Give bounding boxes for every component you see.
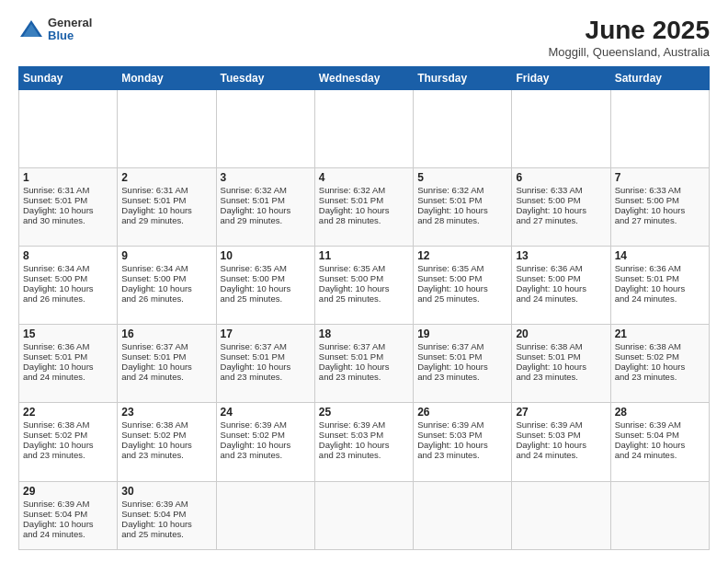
cell-text: Sunset: 5:03 PM bbox=[319, 430, 409, 440]
cell-text: Sunrise: 6:39 AM bbox=[417, 419, 507, 430]
calendar-cell: 24Sunrise: 6:39 AMSunset: 5:02 PMDayligh… bbox=[216, 403, 314, 481]
cell-text: Sunrise: 6:39 AM bbox=[516, 419, 606, 430]
calendar-cell: 10Sunrise: 6:35 AMSunset: 5:00 PMDayligh… bbox=[216, 247, 314, 325]
calendar-week-row: 8Sunrise: 6:34 AMSunset: 5:00 PMDaylight… bbox=[19, 247, 710, 325]
cell-text: Sunset: 5:04 PM bbox=[615, 430, 705, 440]
cell-text: Sunset: 5:00 PM bbox=[516, 195, 606, 205]
calendar-table: SundayMondayTuesdayWednesdayThursdayFrid… bbox=[18, 66, 710, 550]
cell-text: and 26 minutes. bbox=[121, 293, 211, 304]
logo-blue-text: Blue bbox=[48, 29, 92, 42]
cell-text: and 26 minutes. bbox=[23, 293, 113, 304]
calendar-cell: 7Sunrise: 6:33 AMSunset: 5:00 PMDaylight… bbox=[610, 167, 709, 246]
day-number: 5 bbox=[417, 171, 507, 184]
calendar-cell bbox=[216, 89, 314, 167]
cell-text: Sunset: 5:00 PM bbox=[516, 273, 606, 283]
cell-text: Sunrise: 6:35 AM bbox=[319, 263, 409, 273]
cell-text: Daylight: 10 hours bbox=[417, 283, 507, 293]
day-number: 7 bbox=[615, 171, 705, 184]
calendar-cell: 11Sunrise: 6:35 AMSunset: 5:00 PMDayligh… bbox=[314, 247, 413, 325]
cell-text: Daylight: 10 hours bbox=[23, 519, 113, 529]
cell-text: Sunset: 5:01 PM bbox=[516, 351, 606, 362]
day-number: 2 bbox=[121, 171, 211, 184]
cell-text: Sunrise: 6:31 AM bbox=[23, 185, 113, 195]
cell-text: Sunset: 5:02 PM bbox=[23, 430, 113, 440]
cell-text: and 29 minutes. bbox=[121, 215, 211, 225]
day-number: 18 bbox=[319, 327, 409, 340]
calendar-day-header: Sunday bbox=[19, 66, 118, 89]
cell-text: Sunrise: 6:34 AM bbox=[121, 263, 211, 273]
cell-text: Sunrise: 6:38 AM bbox=[121, 419, 211, 430]
calendar-day-header: Saturday bbox=[610, 66, 709, 89]
day-number: 8 bbox=[23, 249, 113, 262]
logo-general-text: General bbox=[48, 17, 92, 29]
cell-text: Daylight: 10 hours bbox=[319, 205, 409, 215]
cell-text: Sunset: 5:01 PM bbox=[221, 351, 311, 362]
cell-text: and 23 minutes. bbox=[516, 372, 606, 382]
calendar-cell bbox=[118, 89, 216, 167]
calendar-header-row: SundayMondayTuesdayWednesdayThursdayFrid… bbox=[19, 66, 710, 89]
day-number: 14 bbox=[615, 249, 705, 262]
cell-text: Sunrise: 6:38 AM bbox=[615, 341, 705, 351]
cell-text: and 25 minutes. bbox=[319, 293, 409, 304]
cell-text: and 23 minutes. bbox=[615, 372, 705, 382]
day-number: 23 bbox=[121, 406, 211, 419]
cell-text: Sunrise: 6:33 AM bbox=[516, 185, 606, 195]
cell-text: Sunset: 5:02 PM bbox=[121, 430, 211, 440]
cell-text: Sunrise: 6:38 AM bbox=[516, 341, 606, 351]
cell-text: Sunset: 5:00 PM bbox=[121, 273, 211, 283]
cell-text: Daylight: 10 hours bbox=[615, 362, 705, 372]
cell-text: Daylight: 10 hours bbox=[121, 519, 211, 529]
cell-text: Sunrise: 6:37 AM bbox=[417, 341, 507, 351]
cell-text: Daylight: 10 hours bbox=[516, 362, 606, 372]
cell-text: Daylight: 10 hours bbox=[516, 205, 606, 215]
cell-text: Sunrise: 6:32 AM bbox=[221, 185, 311, 195]
cell-text: Daylight: 10 hours bbox=[121, 283, 211, 293]
calendar-cell: 25Sunrise: 6:39 AMSunset: 5:03 PMDayligh… bbox=[314, 403, 413, 481]
cell-text: Sunrise: 6:39 AM bbox=[615, 419, 705, 430]
calendar-cell bbox=[314, 89, 413, 167]
calendar-cell: 28Sunrise: 6:39 AMSunset: 5:04 PMDayligh… bbox=[610, 403, 709, 481]
logo: General Blue bbox=[18, 17, 92, 43]
cell-text: and 23 minutes. bbox=[23, 450, 113, 460]
calendar-cell: 22Sunrise: 6:38 AMSunset: 5:02 PMDayligh… bbox=[19, 403, 118, 481]
cell-text: Daylight: 10 hours bbox=[319, 362, 409, 372]
calendar-cell: 12Sunrise: 6:35 AMSunset: 5:00 PMDayligh… bbox=[414, 247, 512, 325]
cell-text: Sunset: 5:01 PM bbox=[615, 273, 705, 283]
day-number: 12 bbox=[417, 249, 507, 262]
cell-text: Sunset: 5:00 PM bbox=[615, 195, 705, 205]
cell-text: and 27 minutes. bbox=[516, 215, 606, 225]
logo-icon bbox=[18, 17, 44, 42]
calendar-cell: 17Sunrise: 6:37 AMSunset: 5:01 PMDayligh… bbox=[216, 325, 314, 403]
cell-text: Daylight: 10 hours bbox=[121, 440, 211, 450]
cell-text: Sunrise: 6:35 AM bbox=[221, 263, 311, 273]
cell-text: and 30 minutes. bbox=[23, 215, 113, 225]
cell-text: Sunset: 5:02 PM bbox=[615, 351, 705, 362]
cell-text: Daylight: 10 hours bbox=[516, 283, 606, 293]
calendar-cell bbox=[610, 481, 709, 550]
cell-text: Sunset: 5:03 PM bbox=[516, 430, 606, 440]
calendar-cell bbox=[216, 481, 314, 550]
cell-text: and 24 minutes. bbox=[516, 450, 606, 460]
calendar-cell: 27Sunrise: 6:39 AMSunset: 5:03 PMDayligh… bbox=[512, 403, 610, 481]
cell-text: and 24 minutes. bbox=[615, 450, 705, 460]
calendar-week-row bbox=[19, 89, 710, 167]
cell-text: and 23 minutes. bbox=[121, 450, 211, 460]
cell-text: Sunset: 5:01 PM bbox=[417, 351, 507, 362]
cell-text: Sunset: 5:00 PM bbox=[417, 273, 507, 283]
title-block: June 2025 Moggill, Queensland, Australia bbox=[548, 17, 710, 59]
cell-text: Sunrise: 6:36 AM bbox=[615, 263, 705, 273]
cell-text: Sunrise: 6:38 AM bbox=[23, 419, 113, 430]
calendar-cell: 21Sunrise: 6:38 AMSunset: 5:02 PMDayligh… bbox=[610, 325, 709, 403]
month-title: June 2025 bbox=[548, 17, 710, 45]
cell-text: Daylight: 10 hours bbox=[121, 362, 211, 372]
cell-text: and 23 minutes. bbox=[417, 372, 507, 382]
cell-text: Sunrise: 6:39 AM bbox=[221, 419, 311, 430]
calendar-day-header: Thursday bbox=[414, 66, 512, 89]
day-number: 19 bbox=[417, 327, 507, 340]
cell-text: Daylight: 10 hours bbox=[23, 283, 113, 293]
cell-text: Sunrise: 6:32 AM bbox=[417, 185, 507, 195]
cell-text: and 28 minutes. bbox=[417, 215, 507, 225]
cell-text: Sunrise: 6:31 AM bbox=[121, 185, 211, 195]
cell-text: Sunrise: 6:37 AM bbox=[121, 341, 211, 351]
cell-text: Sunrise: 6:34 AM bbox=[23, 263, 113, 273]
